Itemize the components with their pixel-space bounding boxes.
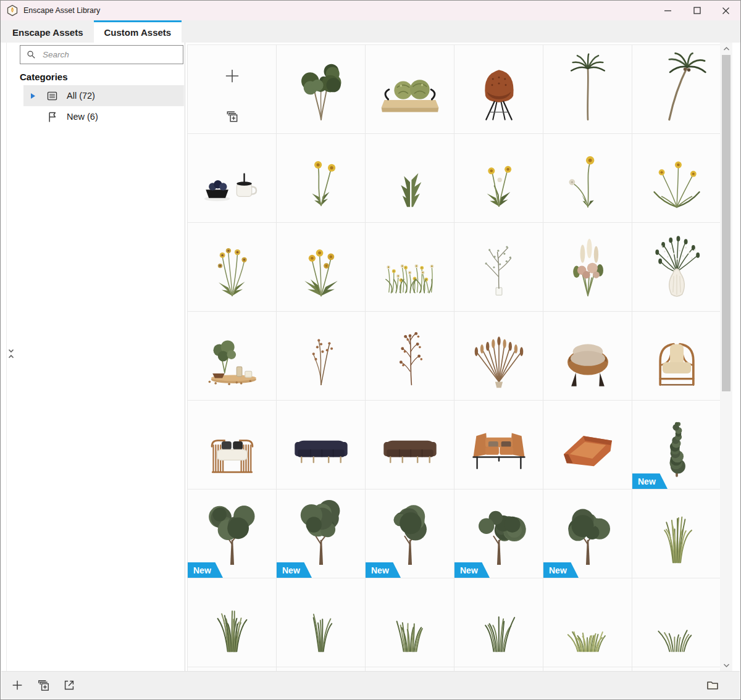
dandelion-leaf[interactable] <box>366 134 454 222</box>
berry-bowl-and-mug[interactable] <box>188 134 276 222</box>
deciduous-tree-2[interactable]: New <box>277 490 365 578</box>
grass-clump-3[interactable] <box>366 578 454 667</box>
tall-palm-tree[interactable] <box>543 45 632 133</box>
rattan-armchair[interactable] <box>632 312 721 400</box>
asset-thumbnail <box>372 496 448 572</box>
dandelion-clump[interactable] <box>277 223 365 311</box>
enscape-asset-library-window: Enscape Asset Library Enscape AssetsCust… <box>0 0 741 700</box>
asset-thumbnail <box>461 52 537 127</box>
add-asset-button[interactable] <box>9 677 25 693</box>
asset-thumbnail <box>372 319 448 394</box>
dandelion-with-seedhead[interactable] <box>543 134 632 222</box>
scroll-down-button[interactable] <box>720 660 732 670</box>
maximize-icon <box>693 7 701 14</box>
chamomile-patch[interactable] <box>366 223 454 311</box>
dried-flower-stems[interactable] <box>277 312 365 400</box>
greenery-in-vase[interactable] <box>632 223 721 311</box>
tab-bar: Enscape AssetsCustom Assets <box>1 20 740 43</box>
asset-thumbnail <box>283 141 359 216</box>
asset-thumbnail <box>550 141 626 216</box>
grass-clump-1[interactable] <box>188 578 276 667</box>
flag-icon <box>46 110 59 123</box>
search-box[interactable] <box>20 45 183 64</box>
asset-thumbnail <box>195 407 270 483</box>
window-title: Enscape Asset Library <box>23 6 100 15</box>
grass-clump-5[interactable] <box>543 578 632 667</box>
grass-clump-2[interactable] <box>277 578 365 667</box>
chevron-down-icon <box>723 663 730 668</box>
coconut-palm-tree[interactable] <box>632 45 721 133</box>
asset-thumbnail <box>195 319 270 394</box>
sidebar: Categories All (72)New (6) <box>1 43 185 671</box>
tan-leather-sofa[interactable] <box>454 401 543 489</box>
navy-sofa[interactable] <box>277 401 365 489</box>
open-folder-button[interactable] <box>705 677 721 693</box>
add-asset-tile[interactable] <box>188 45 276 133</box>
bottom-toolbar <box>1 671 740 699</box>
category-label: New (6) <box>67 112 98 122</box>
deciduous-tree-4[interactable]: New <box>454 490 543 578</box>
export-button[interactable] <box>61 677 77 693</box>
batch-add-icon <box>225 110 239 127</box>
vertical-scrollbar[interactable] <box>720 43 732 671</box>
scrollbar-thumb[interactable] <box>722 55 731 391</box>
category-all[interactable]: All (72) <box>23 85 184 106</box>
plus-icon <box>10 678 24 692</box>
asset-thumbnail <box>372 230 448 305</box>
tab-custom-assets[interactable]: Custom Assets <box>94 20 182 43</box>
asset-thumbnail <box>372 141 448 216</box>
batch-add-button[interactable] <box>35 677 51 693</box>
close-button[interactable] <box>711 1 740 20</box>
scroll-up-button[interactable] <box>720 43 732 54</box>
tufted-leather-chair[interactable] <box>454 45 543 133</box>
dandelion-spread[interactable] <box>632 134 721 222</box>
rattan-daybed[interactable] <box>188 401 276 489</box>
asset-thumbnail <box>639 52 714 127</box>
asset-thumbnail <box>283 230 359 305</box>
dandelion-plant[interactable] <box>454 134 543 222</box>
expand-arrow-icon[interactable] <box>30 93 38 99</box>
yellow-wildflowers[interactable] <box>188 223 276 311</box>
plant-with-snack-tray[interactable] <box>188 312 276 400</box>
ficus-tree[interactable] <box>277 45 365 133</box>
enscape-logo-icon <box>6 4 19 17</box>
brown-sofa[interactable] <box>366 401 454 489</box>
sparse-branch[interactable] <box>454 223 543 311</box>
deciduous-tree-5[interactable]: New <box>543 490 632 578</box>
tab-enscape-assets[interactable]: Enscape Assets <box>2 20 94 43</box>
search-input[interactable] <box>41 49 177 60</box>
asset-thumbnail <box>639 230 714 305</box>
grass-clump-6[interactable] <box>632 578 721 667</box>
artichokes-on-tray[interactable] <box>366 45 454 133</box>
asset-thumbnail <box>372 52 448 127</box>
plus-icon <box>224 68 240 87</box>
chevron-up-icon <box>723 46 730 51</box>
chevron-up-icon <box>8 354 14 359</box>
asset-thumbnail <box>195 230 270 305</box>
dandelion-two-flowers[interactable] <box>277 134 365 222</box>
asset-thumbnail <box>195 496 270 572</box>
grass-clump-4[interactable] <box>454 578 543 667</box>
asset-thumbnail <box>283 52 359 127</box>
conifer-tree[interactable]: New <box>632 401 721 489</box>
dried-bouquet[interactable] <box>454 312 543 400</box>
deciduous-tree-3[interactable]: New <box>366 490 454 578</box>
asset-thumbnail <box>639 496 714 572</box>
maximize-button[interactable] <box>682 1 711 20</box>
title-bar: Enscape Asset Library <box>1 1 740 20</box>
chevron-down-icon <box>8 349 14 353</box>
asset-thumbnail <box>550 585 626 660</box>
asset-thumbnail <box>461 585 537 660</box>
dried-branch[interactable] <box>366 312 454 400</box>
minimize-button[interactable] <box>653 1 682 20</box>
window-controls <box>653 1 740 20</box>
cream-flower-bouquet[interactable] <box>543 223 632 311</box>
asset-thumbnail <box>639 585 714 660</box>
deciduous-tree-1[interactable]: New <box>188 490 276 578</box>
orange-modular-sofa[interactable] <box>543 401 632 489</box>
category-new[interactable]: New (6) <box>23 106 184 127</box>
round-cream-lounge-chair[interactable] <box>543 312 632 400</box>
sidebar-collapse-handle[interactable] <box>7 349 15 359</box>
tall-grass[interactable] <box>632 490 721 578</box>
asset-thumbnail <box>461 407 537 483</box>
